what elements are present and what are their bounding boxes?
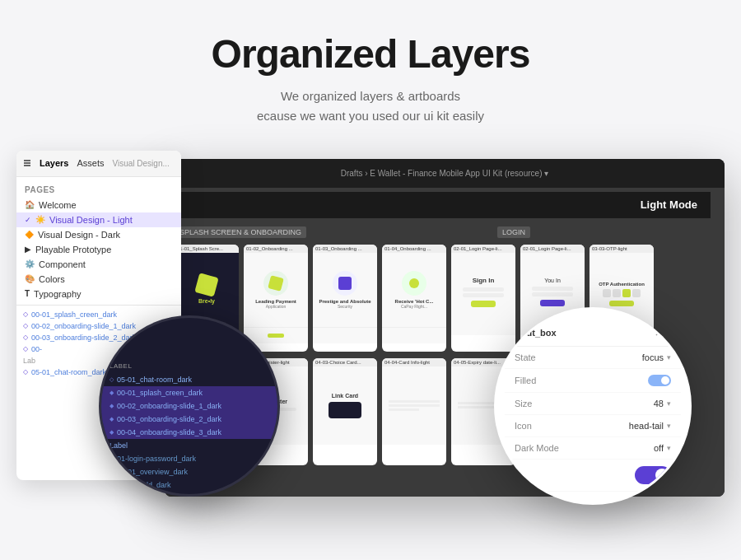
- page-item-component[interactable]: ⚙️ Component: [16, 257, 181, 272]
- mini-diamond-icon: ◇: [110, 495, 114, 497]
- header-subtitle: We organized layers & artboards ecause w…: [212, 86, 530, 126]
- figma-breadcrumb: Drafts › E Wallet - Finance Mobile App U…: [341, 169, 549, 178]
- screen-card-card-info: 04-04-Card Info-light: [382, 358, 446, 465]
- page-item-prototype[interactable]: ▶ Playable Prototype: [16, 242, 181, 257]
- page-icon-sun: ☀️: [35, 215, 45, 224]
- section-label-1: SPLASH SCREEN & ONBOARDING: [175, 226, 306, 238]
- page-icon-typography: T: [25, 289, 30, 298]
- layers-tab-assets[interactable]: Assets: [77, 158, 104, 168]
- screen-card-onboarding2: 01-03_Onboarding ... Prestige and Absolu…: [313, 245, 377, 352]
- svg-rect-1: [24, 162, 30, 164]
- layer-diamond-icon: ◇: [23, 322, 28, 329]
- figma-topbar: Drafts › E Wallet - Finance Mobile App U…: [165, 159, 725, 189]
- page-item-typography[interactable]: T Typography: [16, 287, 181, 301]
- mini-diamond-icon: ◇: [110, 482, 114, 488]
- mini-layer-4: ◆ 00-03_onboarding-slide_2_dark: [101, 413, 277, 426]
- comp-row-darkmode: Dark Mode off ▾: [505, 437, 681, 460]
- comp-row-size: Size 48 ▾: [505, 393, 681, 415]
- page-icon-play: ▶: [25, 245, 31, 254]
- comp-row-icon: Icon head-tail ▾: [505, 415, 681, 437]
- chevron-icon: ▾: [667, 399, 671, 408]
- screen-card-choice-card: 04-03-Choice Card... Link Card: [313, 358, 377, 465]
- layer-diamond-icon: ◇: [23, 310, 28, 318]
- svg-rect-0: [24, 160, 30, 161]
- section-label-2: LOGIN: [497, 226, 530, 238]
- page-title: Organized Layers: [212, 33, 530, 77]
- filled-toggle[interactable]: [648, 375, 671, 386]
- mini-layer-label: Label: [101, 439, 277, 452]
- mini-layer-1: ◇ 05-01_chat-room_dark: [101, 373, 277, 386]
- page-checkmark: ✓: [25, 216, 31, 224]
- mini-layer-5: ◆ 00-04_onboarding-slide_3_dark: [101, 426, 277, 439]
- layers-tab-icon: [23, 159, 31, 167]
- chevron-icon: ▾: [667, 444, 671, 452]
- magnify-circle-right: input_box × State focus ▾ Filled Size 48…: [494, 307, 692, 505]
- mini-diamond-icon: ◆: [110, 403, 114, 409]
- chevron-icon: ▾: [667, 353, 671, 362]
- dark-mode-toggle[interactable]: [635, 466, 671, 484]
- magnify-circle-left: Label ◇ 05-01_chat-room_dark ◆ 00-01_spl…: [99, 315, 280, 497]
- layers-tab-layers[interactable]: Layers: [40, 158, 68, 168]
- page-icon-component: ⚙️: [25, 259, 35, 268]
- layer-diamond-icon: ◇: [23, 345, 28, 352]
- mini-layer-6: ◇ 01-login-password_dark: [101, 452, 277, 465]
- page-icon-moon: 🔶: [25, 231, 34, 239]
- page-item-visual-dark[interactable]: 🔶 Visual Design - Dark: [16, 227, 181, 242]
- layers-tab-visual[interactable]: Visual Design...: [113, 159, 170, 168]
- screen-card-onboarding1: 01-02_Onboarding ... Leading Payment App…: [244, 245, 308, 352]
- comp-row-filled: Filled: [505, 369, 681, 393]
- pages-header: Pages: [16, 182, 181, 198]
- layers-topbar: Layers Assets Visual Design...: [16, 151, 181, 177]
- screen-label: 01-01_Splash Scre...: [175, 245, 239, 253]
- divider: [16, 305, 181, 306]
- layer-item-1[interactable]: ◇ 00-01_splash_creen_dark: [16, 309, 181, 320]
- chevron-icon: ▾: [667, 422, 671, 430]
- mini-diamond-icon: ◆: [110, 416, 114, 422]
- mini-diamond-icon: ◆: [110, 390, 114, 396]
- header-section: Organized Layers We organized layers & a…: [195, 0, 547, 142]
- page-item-welcome[interactable]: 🏠 Welcome: [16, 198, 181, 212]
- mini-layer-2: ◆ 00-01_splash_creen_dark: [101, 386, 277, 399]
- mini-diamond-icon: ◇: [110, 376, 114, 383]
- screen-card-login1: 02-01_Login Page-li... Sign In: [451, 245, 515, 352]
- mockup-container: Drafts › E Wallet - Finance Mobile App U…: [16, 151, 725, 505]
- layer-diamond-icon: ◇: [23, 368, 28, 376]
- canvas-header: Light Mode: [179, 192, 711, 218]
- svg-rect-2: [24, 165, 30, 166]
- screen-card-onboarding3: 01-04_Onboarding ... Receive 'Hot C... C…: [382, 245, 446, 352]
- comp-row-state: State focus ▾: [505, 347, 681, 369]
- mini-diamond-icon: ◆: [110, 429, 114, 436]
- page-icon-colors: 🎨: [25, 274, 35, 283]
- layer-diamond-icon: ◇: [23, 334, 28, 341]
- mini-layer-3: ◆ 00-02_onboarding-slide_1_dark: [101, 399, 277, 413]
- page-item-visual-light[interactable]: ✓ ☀️ Visual Design - Light: [16, 212, 181, 227]
- page-item-colors[interactable]: 🎨 Colors: [16, 272, 181, 287]
- page-icon-welcome: 🏠: [25, 200, 35, 209]
